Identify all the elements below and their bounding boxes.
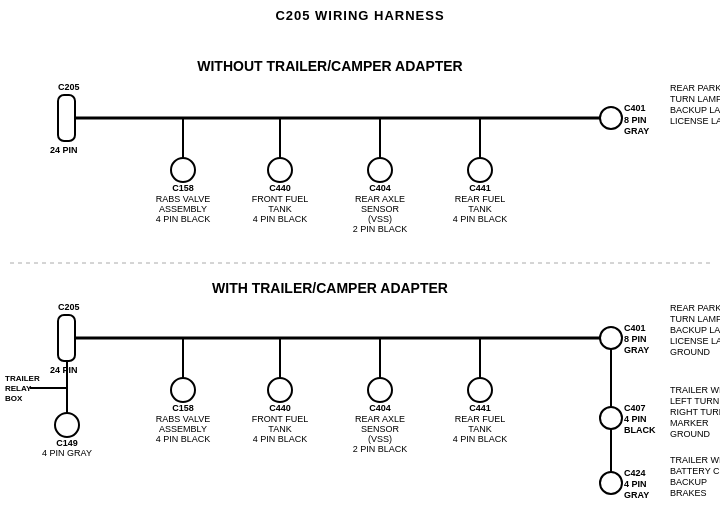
svg-text:4 PIN GRAY: 4 PIN GRAY [42, 448, 92, 458]
c440-connector-1 [268, 158, 292, 182]
svg-text:TRAILER: TRAILER [5, 374, 40, 383]
c401-connector-1 [600, 107, 622, 129]
svg-text:4 PIN BLACK: 4 PIN BLACK [453, 434, 508, 444]
svg-text:C149: C149 [56, 438, 78, 448]
section1-title: WITHOUT TRAILER/CAMPER ADAPTER [197, 58, 462, 74]
svg-text:MARKER: MARKER [670, 418, 709, 428]
svg-text:C158: C158 [172, 183, 194, 193]
svg-text:C401: C401 [624, 103, 646, 113]
c440-connector-2 [268, 378, 292, 402]
c404-connector-2 [368, 378, 392, 402]
svg-text:ASSEMBLY: ASSEMBLY [159, 424, 207, 434]
svg-text:C424: C424 [624, 468, 646, 478]
c205-connector-2 [58, 315, 75, 361]
svg-text:GRAY: GRAY [624, 126, 649, 136]
svg-text:TRAILER WIRES: TRAILER WIRES [670, 385, 720, 395]
svg-text:FRONT FUEL: FRONT FUEL [252, 414, 308, 424]
c401-connector-2 [600, 327, 622, 349]
c404-connector-1 [368, 158, 392, 182]
c158-connector-2 [171, 378, 195, 402]
svg-text:BLACK: BLACK [624, 425, 656, 435]
svg-text:REAR FUEL: REAR FUEL [455, 194, 506, 204]
svg-text:REAR PARK/STOP: REAR PARK/STOP [670, 83, 720, 93]
svg-text:2 PIN BLACK: 2 PIN BLACK [353, 224, 408, 234]
svg-text:(VSS): (VSS) [368, 214, 392, 224]
svg-text:4 PIN BLACK: 4 PIN BLACK [453, 214, 508, 224]
svg-text:BOX: BOX [5, 394, 23, 403]
svg-text:8 PIN: 8 PIN [624, 115, 647, 125]
svg-text:ASSEMBLY: ASSEMBLY [159, 204, 207, 214]
svg-text:GRAY: GRAY [624, 345, 649, 355]
svg-text:TANK: TANK [468, 204, 491, 214]
svg-text:TANK: TANK [268, 424, 291, 434]
section2-title: WITH TRAILER/CAMPER ADAPTER [212, 280, 448, 296]
svg-text:C440: C440 [269, 183, 291, 193]
svg-text:TURN LAMPS: TURN LAMPS [670, 314, 720, 324]
svg-text:REAR AXLE: REAR AXLE [355, 414, 405, 424]
svg-text:LICENSE LAMPS: LICENSE LAMPS [670, 336, 720, 346]
svg-text:4 PIN BLACK: 4 PIN BLACK [156, 434, 211, 444]
svg-text:REAR FUEL: REAR FUEL [455, 414, 506, 424]
svg-text:LICENSE LAMPS: LICENSE LAMPS [670, 116, 720, 126]
svg-text:RABS VALVE: RABS VALVE [156, 414, 211, 424]
svg-text:GRAY: GRAY [624, 490, 649, 500]
svg-text:TANK: TANK [268, 204, 291, 214]
c441-connector-1 [468, 158, 492, 182]
svg-text:BACKUP LAMPS: BACKUP LAMPS [670, 325, 720, 335]
svg-text:C205: C205 [58, 302, 80, 312]
svg-text:TURN LAMPS: TURN LAMPS [670, 94, 720, 104]
svg-text:4 PIN: 4 PIN [624, 479, 647, 489]
svg-text:BACKUP: BACKUP [670, 477, 707, 487]
svg-text:2 PIN BLACK: 2 PIN BLACK [353, 444, 408, 454]
svg-text:4 PIN BLACK: 4 PIN BLACK [253, 214, 308, 224]
svg-text:BATTERY CHARGE: BATTERY CHARGE [670, 466, 720, 476]
svg-text:C205: C205 [58, 82, 80, 92]
svg-text:24 PIN: 24 PIN [50, 365, 78, 375]
svg-text:C401: C401 [624, 323, 646, 333]
c424-connector [600, 472, 622, 494]
svg-text:RELAY: RELAY [5, 384, 32, 393]
svg-text:TRAILER WIRES: TRAILER WIRES [670, 455, 720, 465]
svg-text:BRAKES: BRAKES [670, 488, 707, 498]
c149-connector [55, 413, 79, 437]
svg-text:C404: C404 [369, 183, 391, 193]
c205-connector-1 [58, 95, 75, 141]
svg-text:GROUND: GROUND [670, 429, 710, 439]
svg-text:8 PIN: 8 PIN [624, 334, 647, 344]
svg-text:LEFT TURN: LEFT TURN [670, 396, 719, 406]
svg-text:C441: C441 [469, 403, 491, 413]
svg-text:C440: C440 [269, 403, 291, 413]
c158-connector-1 [171, 158, 195, 182]
svg-text:RIGHT TURN: RIGHT TURN [670, 407, 720, 417]
svg-text:BACKUP LAMPS: BACKUP LAMPS [670, 105, 720, 115]
svg-text:4 PIN BLACK: 4 PIN BLACK [253, 434, 308, 444]
c441-connector-2 [468, 378, 492, 402]
svg-text:TANK: TANK [468, 424, 491, 434]
svg-text:4 PIN: 4 PIN [624, 414, 647, 424]
svg-text:REAR PARK/STOP: REAR PARK/STOP [670, 303, 720, 313]
svg-text:SENSOR: SENSOR [361, 424, 400, 434]
svg-text:(VSS): (VSS) [368, 434, 392, 444]
svg-text:24 PIN: 24 PIN [50, 145, 78, 155]
svg-text:C158: C158 [172, 403, 194, 413]
c407-connector [600, 407, 622, 429]
svg-text:GROUND: GROUND [670, 347, 710, 357]
svg-text:C407: C407 [624, 403, 646, 413]
svg-text:SENSOR: SENSOR [361, 204, 400, 214]
svg-text:RABS VALVE: RABS VALVE [156, 194, 211, 204]
svg-text:C441: C441 [469, 183, 491, 193]
svg-text:FRONT FUEL: FRONT FUEL [252, 194, 308, 204]
svg-text:C404: C404 [369, 403, 391, 413]
svg-text:REAR AXLE: REAR AXLE [355, 194, 405, 204]
svg-text:4 PIN BLACK: 4 PIN BLACK [156, 214, 211, 224]
page-title: C205 WIRING HARNESS [0, 0, 720, 23]
diagram-container: WITHOUT TRAILER/CAMPER ADAPTER C205 24 P… [0, 23, 720, 513]
